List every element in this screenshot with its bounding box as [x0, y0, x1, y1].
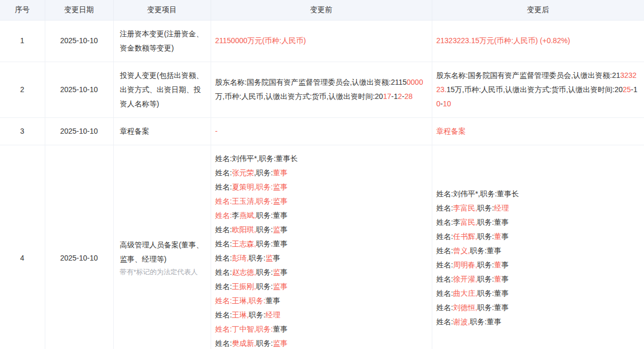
cell-after-change: 21323223.15万元(币种:人民币) (+0.82%): [432, 20, 644, 62]
plain-text: 姓名:: [437, 246, 453, 255]
plain-text: 事: [273, 254, 280, 262]
diff-text: 姓名:王玉清,职务:监事: [215, 197, 288, 205]
plain-text: 事: [280, 268, 288, 276]
change-line: 姓名:樊成新,职务:监事: [215, 336, 425, 349]
cell-after-change: 姓名:刘伟平*,职务:董事长姓名:李富民,职务:经理姓名:李富民,职务:董事姓名…: [432, 145, 644, 349]
cell-change-date: 2025-10-10: [45, 20, 113, 62]
change-line: -: [215, 124, 425, 138]
diff-text: 彭琦,: [232, 254, 249, 262]
plain-text: 姓名:: [437, 289, 453, 297]
plain-text: 姓名:: [215, 168, 232, 177]
cell-serial: 2: [0, 62, 45, 117]
cell-change-date: 2025-10-10: [45, 145, 113, 349]
plain-text: 职务:董事: [477, 289, 509, 297]
plain-text: 姓名:: [215, 225, 232, 234]
diff-text: 姓名:: [215, 211, 232, 220]
plain-text: 姓名:: [215, 311, 232, 319]
change-line: 姓名:丁中智,职务:董事: [215, 322, 425, 336]
diff-text: 曾义,: [453, 246, 470, 255]
plain-text: -1: [631, 85, 637, 94]
change-line: 姓名:李燕斌,职务:董事: [215, 208, 425, 223]
plain-text: 姓名:: [215, 282, 232, 291]
plain-text: 职务:: [249, 254, 265, 262]
plain-text: 姓名:: [437, 232, 453, 241]
diff-text: 董: [494, 275, 501, 283]
cell-change-date: 2025-10-10: [45, 62, 113, 117]
cell-serial: 4: [0, 145, 45, 349]
table-body: 12025-10-10注册资本变更(注册资金、资金数额等变更)21150000万…: [0, 20, 644, 349]
header-change-date: 变更日期: [45, 0, 113, 20]
plain-text: 姓名:: [215, 183, 232, 191]
plain-text: 姓名:: [437, 275, 453, 283]
change-line: 姓名:周明春,职务:董事: [437, 258, 638, 272]
diff-text: 0000: [407, 78, 423, 86]
plain-text: 职务:: [477, 232, 494, 241]
cell-change-item: 章程备案: [113, 117, 211, 145]
change-line: 21323223.15万元(币种:人民币) (+0.82%): [437, 34, 638, 48]
diff-text: 谢波,: [453, 317, 470, 326]
plain-text: 万,币种:人民币,认缴出资方式:货币,认缴出资时间:20: [215, 92, 383, 101]
cell-change-date: 2025-10-10: [45, 117, 113, 145]
header-before-change: 变更前: [211, 0, 432, 20]
diff-text: 樊成新,: [232, 339, 256, 347]
change-line: 姓名:曲大庄,职务:董事: [437, 286, 638, 301]
header-after-change: 变更后: [432, 0, 644, 20]
plain-text: 职务:: [477, 275, 494, 283]
cell-change-item: 投资人变更(包括出资额、出资方式、出资日期、投资人名称等): [113, 62, 211, 117]
plain-text: 李: [232, 211, 239, 220]
plain-text: 职务:: [477, 261, 494, 269]
change-line: 姓名:张元荣,职务:董事: [215, 166, 425, 180]
plain-text: 姓名:: [437, 303, 453, 312]
diff-text: 张元荣: [232, 168, 254, 177]
cell-serial: 3: [0, 117, 45, 145]
plain-text: 姓名:: [215, 240, 232, 248]
diff-text: 经理: [494, 204, 509, 212]
plain-text: -1: [391, 92, 398, 101]
plain-text: 职务:: [256, 268, 273, 276]
plain-text: 事: [501, 261, 509, 269]
header-serial: 序号: [0, 0, 45, 20]
change-line: 姓名:彭琦,职务:监事: [215, 251, 425, 265]
change-line: 姓名:李富民,职务:董事: [437, 215, 638, 230]
plain-text: ,职务:: [254, 168, 273, 177]
change-line: 姓名:李富民,职务:经理: [437, 201, 638, 215]
cell-after-change: 章程备案: [432, 117, 644, 145]
diff-text: 董事: [273, 168, 288, 177]
change-line: 姓名:王玉清,职务:监事: [215, 194, 425, 208]
change-item-text: 章程备案: [120, 124, 204, 138]
plain-text: 职务:董事: [256, 211, 288, 220]
plain-text: 职务:董事: [477, 218, 509, 226]
plain-text: 职务:董事: [477, 303, 509, 312]
change-line: 姓名:曾义,职务:董事: [437, 244, 638, 258]
diff-text: 富民,: [460, 218, 477, 226]
diff-text: 欧阳琪,: [232, 225, 256, 234]
table-row: 22025-10-10投资人变更(包括出资额、出资方式、出资日期、投资人名称等)…: [0, 62, 644, 117]
diff-text: 周明春,: [453, 261, 477, 269]
cell-before-change: -: [211, 117, 432, 145]
plain-text: 事: [501, 232, 509, 241]
header-change-item: 变更项目: [113, 0, 211, 20]
plain-text: 姓名:: [437, 261, 453, 269]
plain-text: 职务:董事: [470, 246, 501, 255]
change-line: 姓名:刘德恒,职务:董事: [437, 301, 638, 315]
diff-text: 监事: [273, 339, 288, 347]
cell-before-change: 姓名:刘伟平*,职务:董事长姓名:张元荣,职务:董事姓名:夏策明,职务:监事姓名…: [211, 145, 432, 349]
change-line: 姓名:夏策明,职务:监事: [215, 180, 425, 194]
change-item-text: 高级管理人员备案(董事、监事、经理等): [120, 238, 204, 266]
change-line: 姓名:任书辉,职务:董事: [437, 230, 638, 244]
table-row: 42025-10-10高级管理人员备案(董事、监事、经理等)带有*标记的为法定代…: [0, 145, 644, 349]
diff-text: 17: [383, 92, 391, 101]
cell-before-change: 21150000万元(币种:人民币): [211, 20, 432, 62]
plain-text: 姓名:刘伟平*,职务:董事长: [215, 154, 298, 163]
plain-text: 职务:: [477, 204, 494, 212]
plain-text: 姓名:: [215, 268, 232, 276]
plain-text: 职务:董事: [470, 317, 501, 326]
diff-text: 10: [443, 99, 451, 108]
diff-text: 经理: [265, 311, 280, 319]
table-header: 序号 变更日期 变更项目 变更前 变更后: [0, 0, 644, 20]
plain-text: 事: [280, 225, 288, 234]
diff-text: 李富民,: [453, 204, 477, 212]
diff-text: 21323223.15万元(币种:人民币) (+0.82%): [437, 36, 570, 45]
change-line: 21150000万元(币种:人民币): [215, 34, 425, 48]
plain-text: 姓名:刘伟平*,职务:董事长: [437, 190, 519, 198]
